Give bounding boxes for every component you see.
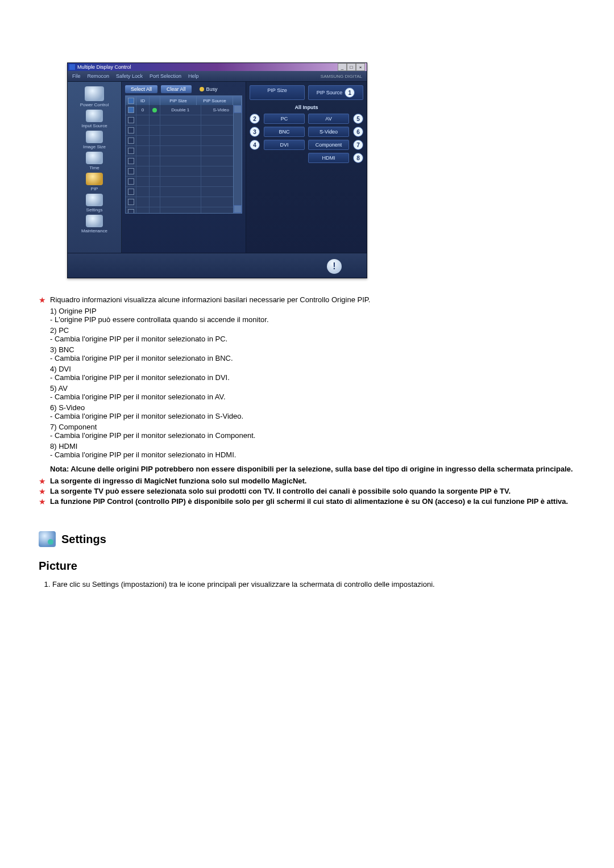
col-check[interactable]	[126, 96, 136, 105]
row-checkbox[interactable]	[128, 189, 134, 195]
list-item-desc: - Cambia l'origine PIP per il monitor se…	[50, 373, 575, 382]
row-checkbox[interactable]	[128, 158, 134, 164]
table-row[interactable]	[126, 136, 242, 146]
table-row[interactable]	[126, 146, 242, 156]
table-row[interactable]	[126, 187, 242, 197]
minimize-button[interactable]: _	[338, 63, 347, 71]
pip-size-button[interactable]: PIP Size	[250, 85, 305, 100]
callout-1: 1	[345, 87, 355, 98]
image-size-icon	[86, 131, 103, 143]
app-icon	[69, 64, 75, 70]
list-item-heading: 1) Origine PIP	[50, 307, 575, 315]
input-av-button[interactable]: AV	[308, 114, 349, 124]
table-row[interactable]	[126, 177, 242, 187]
star-icon: ★	[39, 295, 47, 304]
time-icon	[86, 152, 103, 164]
table-row[interactable]	[126, 115, 242, 126]
star-note: La sorgente TV può essere selezionata so…	[50, 487, 511, 495]
maintenance-icon	[86, 215, 103, 227]
settings-section-icon	[39, 531, 56, 547]
busy-indicator: Busy	[200, 86, 218, 92]
table-row[interactable]: 0 Double 1 S-Video	[126, 105, 242, 115]
list-item-heading: 2) PC	[50, 326, 575, 335]
row-checkbox[interactable]	[128, 148, 134, 154]
footer-panel: !	[68, 253, 367, 278]
intro-text: Riquadro informazioni visualizza alcune …	[50, 295, 370, 304]
input-bnc-button[interactable]: BNC	[264, 127, 305, 137]
numbered-list: 1) Origine PIP- L'origine PIP può essere…	[39, 307, 575, 473]
col-scroll	[233, 96, 242, 105]
settings-section-head: Settings	[39, 531, 575, 547]
app-window-screenshot: Multiple Display Control _ □ × File Remo…	[67, 62, 367, 278]
callout-2: 2	[250, 114, 260, 124]
input-dvi-button[interactable]: DVI	[264, 140, 305, 150]
sidebar-item-image-size[interactable]: Image Size	[69, 130, 119, 149]
table-row[interactable]	[126, 207, 242, 213]
input-hdmi-button[interactable]: HDMI	[308, 153, 349, 163]
close-button[interactable]: ×	[356, 63, 365, 71]
row-checkbox[interactable]	[128, 199, 134, 205]
callout-7: 7	[353, 140, 363, 150]
status-dot-icon	[152, 108, 157, 112]
col-status[interactable]	[150, 96, 160, 105]
table-row[interactable]	[126, 156, 242, 166]
list-item-heading: 3) BNC	[50, 345, 575, 354]
list-item-desc: - Cambia l'origine PIP per il monitor se…	[50, 431, 575, 440]
window-title: Multiple Display Control	[77, 64, 131, 70]
col-pip-source[interactable]: PIP Source	[197, 96, 233, 105]
row-checkbox[interactable]	[128, 127, 134, 133]
pip-icon	[86, 173, 103, 185]
menu-remocon[interactable]: Remocon	[88, 73, 110, 79]
col-pip-size[interactable]: PIP Size	[160, 96, 197, 105]
row-checkbox[interactable]	[128, 137, 134, 144]
menu-safety-lock[interactable]: Safety Lock	[116, 73, 143, 79]
callout-8: 8	[353, 153, 363, 163]
scroll-down-icon[interactable]	[234, 205, 242, 213]
input-component-button[interactable]: Component	[308, 140, 349, 150]
all-inputs-label: All Inputs	[250, 105, 363, 110]
input-pc-button[interactable]: PC	[264, 114, 305, 124]
callout-4: 4	[250, 140, 260, 150]
center-panel: Select All Clear All Busy ID PIP Size PI…	[122, 82, 246, 253]
input-svideo-button[interactable]: S-Video	[308, 127, 349, 137]
titlebar: Multiple Display Control _ □ ×	[68, 63, 367, 71]
clear-all-button[interactable]: Clear All	[161, 85, 192, 93]
scrollbar[interactable]	[233, 105, 242, 213]
table-row[interactable]	[126, 166, 242, 177]
list-item-desc: - Cambia l'origine PIP per il monitor se…	[50, 354, 575, 362]
scroll-up-icon[interactable]	[234, 105, 242, 113]
sidebar-item-power-control[interactable]: Power Control	[69, 85, 119, 107]
sidebar-item-input-source[interactable]: Input Source	[69, 108, 119, 128]
list-item-heading: 7) Component	[50, 423, 575, 431]
table-row[interactable]	[126, 197, 242, 207]
list-item-heading: 6) S-Video	[50, 403, 575, 412]
row-checkbox[interactable]	[128, 178, 134, 185]
doc-content: ★ Riquadro informazioni visualizza alcun…	[39, 295, 575, 589]
star-icon: ★	[39, 487, 47, 496]
table-row[interactable]	[126, 126, 242, 136]
row-checkbox[interactable]	[128, 209, 134, 213]
maximize-button[interactable]: □	[347, 63, 356, 71]
list-item-heading: 8) HDMI	[50, 442, 575, 450]
display-grid: ID PIP Size PIP Source 0 Double 1 S-Vide…	[125, 95, 242, 214]
sidebar-item-settings[interactable]: Settings	[69, 193, 119, 212]
menu-help[interactable]: Help	[188, 73, 199, 79]
brand-text: SAMSUNG DIGITAL	[321, 74, 362, 79]
row-pip-size: Double 1	[160, 105, 201, 115]
picture-step: Fare clic su Settings (impostazioni) tra…	[52, 580, 575, 589]
row-checkbox[interactable]	[128, 168, 134, 174]
sidebar-item-pip[interactable]: PIP	[69, 172, 119, 191]
note-text: Nota: Alcune delle origini PIP potrebber…	[50, 465, 575, 473]
menu-port-selection[interactable]: Port Selection	[150, 73, 181, 79]
row-checkbox[interactable]	[128, 117, 134, 123]
list-item-desc: - Cambia l'origine PIP per il monitor se…	[50, 335, 575, 343]
sidebar-item-time[interactable]: Time	[69, 151, 119, 170]
sidebar: Power Control Input Source Image Size Ti…	[68, 82, 122, 253]
row-id: 0	[136, 105, 150, 115]
col-id[interactable]: ID	[136, 96, 150, 105]
pip-source-button[interactable]: PIP Source1	[308, 85, 363, 100]
select-all-button[interactable]: Select All	[125, 85, 157, 93]
menu-file[interactable]: File	[72, 73, 81, 79]
row-checkbox[interactable]	[128, 107, 134, 113]
sidebar-item-maintenance[interactable]: Maintenance	[69, 214, 119, 233]
